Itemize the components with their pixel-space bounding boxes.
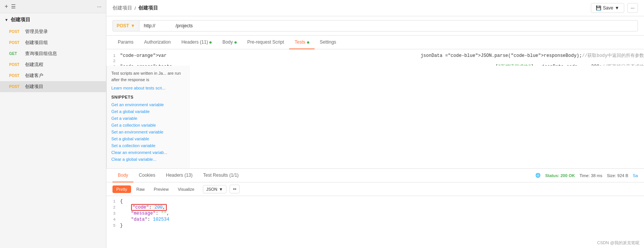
item-name: 创建项目 bbox=[25, 83, 43, 90]
method-badge: POST bbox=[9, 41, 22, 45]
format-tab-preview[interactable]: Preview bbox=[150, 185, 172, 193]
method-badge: POST bbox=[9, 85, 22, 89]
more-button[interactable]: ··· bbox=[627, 3, 638, 13]
item-name: 管理员登录 bbox=[25, 28, 48, 35]
status-text: Status: 200 OK bbox=[545, 173, 575, 178]
tab-authorization[interactable]: Authorization bbox=[139, 36, 176, 49]
editor-line: 2 bbox=[106, 59, 644, 63]
wrap-button[interactable]: ⇔ bbox=[229, 185, 240, 193]
response-line-content: { bbox=[120, 198, 644, 204]
snippet-link-6[interactable]: Set a collection variable bbox=[111, 143, 185, 148]
snippets-list: Get an environment variableGet a global … bbox=[111, 102, 185, 162]
save-icon: 💾 bbox=[596, 5, 601, 11]
response-line-content: "code": 200, bbox=[120, 204, 644, 210]
right-panel-description: Test scripts are written in Ja... are ru… bbox=[111, 70, 185, 83]
editor-line: 1"code-orange">var jsonData = "code-blue… bbox=[106, 52, 644, 59]
response-tab-0[interactable]: Body bbox=[112, 169, 133, 182]
tab-dot bbox=[307, 41, 309, 44]
response-tab-3[interactable]: Test Results (1/1) bbox=[198, 169, 244, 182]
json-key: "message" bbox=[131, 211, 156, 216]
response-line: 4 "data": 102534 bbox=[106, 217, 644, 223]
sidebar-item-1[interactable]: POST创建项目组 bbox=[0, 37, 106, 48]
method-badge: POST bbox=[9, 30, 22, 34]
sidebar-item-2[interactable]: GET查询项目组信息 bbox=[0, 48, 106, 59]
line-content bbox=[120, 61, 644, 62]
url-input[interactable] bbox=[139, 20, 638, 31]
snippet-link-4[interactable]: Set an environment variable bbox=[111, 130, 185, 134]
save-chevron-icon: ▼ bbox=[615, 5, 619, 11]
main-panel: 创建项目 / 创建项目 💾 Save ▼ ··· POST ▼ ParamsAu… bbox=[106, 0, 644, 248]
watermark: CSDN @我的派克笔呢 bbox=[597, 240, 639, 246]
topbar: 创建项目 / 创建项目 💾 Save ▼ ··· bbox=[106, 0, 644, 16]
response-line: 3 "message": "", bbox=[106, 210, 644, 217]
json-brace: } bbox=[120, 223, 123, 228]
response-status-bar: 🌐 Status: 200 OK Time: 38 ms Size: 924 B… bbox=[535, 173, 638, 178]
response-line-content: } bbox=[120, 223, 644, 229]
method-select[interactable]: POST ▼ bbox=[112, 20, 139, 31]
method-chevron-icon: ▼ bbox=[131, 23, 135, 28]
snippets-title: SNIPPETS bbox=[111, 95, 185, 99]
response-line: 1{ bbox=[106, 198, 644, 204]
snippet-link-2[interactable]: Get a variable bbox=[111, 116, 185, 121]
chevron-down-icon: ▼ bbox=[5, 18, 8, 22]
globe-icon: 🌐 bbox=[535, 173, 541, 178]
sidebar-item-3[interactable]: POST创建流程 bbox=[0, 59, 106, 70]
url-bar: POST ▼ bbox=[106, 16, 644, 36]
tab-body[interactable]: Body bbox=[217, 36, 242, 49]
tab-settings[interactable]: Settings bbox=[315, 36, 342, 49]
json-string: "" bbox=[161, 211, 166, 216]
snippet-link-7[interactable]: Clear an environment variab... bbox=[111, 150, 185, 155]
snippet-link-1[interactable]: Get a global variable bbox=[111, 109, 185, 114]
response-line-number: 1 bbox=[106, 199, 120, 204]
request-tabs: ParamsAuthorizationHeaders (11)BodyPre-r… bbox=[106, 36, 644, 49]
collection-title[interactable]: ▼ 创建项目 bbox=[0, 13, 106, 26]
json-number: 102534 bbox=[153, 217, 169, 222]
save-response-label[interactable]: Sa bbox=[633, 173, 638, 178]
add-icon[interactable]: + bbox=[5, 3, 8, 10]
more-options-icon[interactable]: ··· bbox=[97, 3, 101, 9]
sidebar-item-0[interactable]: POST管理员登录 bbox=[0, 26, 106, 37]
learn-more-link[interactable]: Learn more about tests scri... bbox=[111, 86, 185, 90]
item-name: 创建客户 bbox=[25, 72, 43, 79]
response-tab-2[interactable]: Headers (13) bbox=[161, 169, 198, 182]
response-line-content: "data": 102534 bbox=[120, 217, 644, 223]
code-editor[interactable]: 1"code-orange">var jsonData = "code-blue… bbox=[106, 49, 644, 66]
response-tab-1[interactable]: Cookies bbox=[133, 169, 160, 182]
item-name: 创建流程 bbox=[25, 61, 43, 68]
tab-pre-requestscript[interactable]: Pre-request Script bbox=[242, 36, 290, 49]
json-format-select[interactable]: JSON▼ bbox=[203, 185, 226, 193]
snippet-link-5[interactable]: Set a global variable bbox=[111, 137, 185, 141]
snippet-link-0[interactable]: Get an environment variable bbox=[111, 102, 185, 107]
save-button[interactable]: 💾 Save ▼ bbox=[591, 3, 624, 13]
tab-tests[interactable]: Tests bbox=[289, 36, 314, 49]
response-editor[interactable]: 1{2 "code": 200,3 "message": "",4 "data"… bbox=[106, 196, 644, 248]
response-line-number: 2 bbox=[106, 205, 120, 210]
time-text: Time: 38 ms bbox=[579, 173, 602, 178]
format-tab-visualize[interactable]: Visualize bbox=[174, 185, 198, 193]
method-label: POST bbox=[117, 23, 129, 28]
sidebar-item-4[interactable]: POST创建客户 bbox=[0, 70, 106, 81]
tab-params[interactable]: Params bbox=[112, 36, 139, 49]
response-format-bar: PrettyRawPreviewVisualizeJSON▼⇔ bbox=[106, 182, 644, 196]
line-content: "code-orange">var bbox=[120, 53, 421, 59]
editor-and-response: 1"code-orange">var jsonData = "code-blue… bbox=[106, 49, 644, 248]
snippet-link-8[interactable]: Clear a global variable... bbox=[111, 157, 185, 162]
sidebar-header: + ☰ ··· bbox=[0, 0, 106, 13]
tab-headers(11)[interactable]: Headers (11) bbox=[176, 36, 217, 49]
response-line-number: 3 bbox=[106, 211, 120, 216]
format-tab-raw[interactable]: Raw bbox=[133, 185, 149, 193]
response-tabs-bar: BodyCookiesHeaders (13)Test Results (1/1… bbox=[106, 169, 644, 182]
json-label: JSON bbox=[206, 187, 217, 191]
snippet-link-3[interactable]: Get a collection variable bbox=[111, 123, 185, 127]
filter-icon[interactable]: ☰ bbox=[11, 3, 16, 9]
sidebar-item-5[interactable]: POST创建项目 bbox=[0, 81, 106, 92]
save-label: Save bbox=[603, 5, 613, 11]
json-key: "data" bbox=[131, 217, 147, 222]
method-badge: POST bbox=[9, 63, 22, 67]
size-text: Size: 924 B bbox=[607, 173, 628, 178]
line-number: 1 bbox=[106, 53, 120, 58]
breadcrumb-separator: / bbox=[134, 5, 136, 11]
format-tab-pretty[interactable]: Pretty bbox=[112, 185, 131, 193]
right-panel: Test scripts are written in Ja... are ru… bbox=[106, 66, 190, 168]
response-line-content: "message": "", bbox=[120, 210, 644, 217]
